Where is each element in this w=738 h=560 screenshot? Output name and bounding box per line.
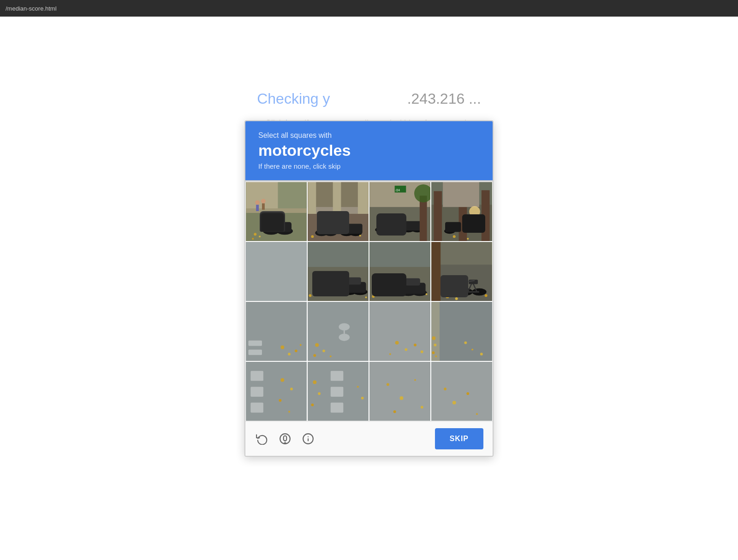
grid-cell-2-1[interactable] xyxy=(245,242,307,301)
captcha-footer: SKIP xyxy=(245,421,493,456)
svg-rect-19 xyxy=(333,182,341,214)
svg-point-153 xyxy=(444,388,446,390)
svg-rect-51 xyxy=(445,222,461,232)
grid-cell-1-4[interactable] xyxy=(431,182,493,242)
svg-point-52 xyxy=(469,206,480,217)
svg-point-125 xyxy=(471,348,473,350)
svg-rect-67 xyxy=(345,277,361,284)
svg-point-106 xyxy=(315,343,319,347)
svg-point-10 xyxy=(261,199,266,203)
svg-point-134 xyxy=(288,411,290,413)
grid-cell-4-2[interactable] xyxy=(307,361,369,421)
title-bar: /median-score.html xyxy=(0,0,738,17)
svg-point-100 xyxy=(295,349,298,352)
grid-cell-1-1[interactable] xyxy=(245,182,307,242)
captcha-title: motorcycles xyxy=(258,141,480,159)
grid-cell-3-3[interactable] xyxy=(369,301,431,361)
svg-point-148 xyxy=(393,410,396,413)
svg-point-132 xyxy=(290,388,293,390)
svg-point-154 xyxy=(452,401,456,404)
svg-point-69 xyxy=(365,296,367,298)
svg-point-73 xyxy=(386,289,399,295)
grid-cell-1-3[interactable]: /24 xyxy=(369,182,431,242)
svg-point-149 xyxy=(414,379,416,381)
svg-point-140 xyxy=(318,392,321,395)
svg-point-121 xyxy=(434,343,436,346)
svg-point-156 xyxy=(476,413,478,415)
svg-point-4 xyxy=(263,227,279,235)
svg-point-8 xyxy=(255,200,260,205)
svg-rect-96 xyxy=(248,340,262,346)
svg-rect-11 xyxy=(262,203,265,210)
svg-point-126 xyxy=(480,353,483,355)
grid-cell-1-2[interactable] xyxy=(307,182,369,242)
svg-point-115 xyxy=(389,353,391,355)
svg-rect-136 xyxy=(331,371,344,381)
svg-rect-138 xyxy=(331,402,344,413)
svg-rect-102 xyxy=(308,302,369,361)
captcha-modal: Select all squares with motorcycles If t… xyxy=(244,120,494,457)
grid-cell-4-4[interactable] xyxy=(431,361,493,421)
svg-rect-9 xyxy=(256,205,259,211)
svg-point-13 xyxy=(259,236,261,237)
svg-rect-84 xyxy=(432,242,441,301)
captcha-grid: /24 xyxy=(245,180,493,421)
captcha-hint: If there are none, click skip xyxy=(258,162,480,170)
svg-point-109 xyxy=(330,355,332,357)
skip-button[interactable]: SKIP xyxy=(435,428,483,449)
grid-cell-4-1[interactable] xyxy=(245,361,307,421)
svg-point-124 xyxy=(464,341,467,344)
grid-cell-4-3[interactable] xyxy=(369,361,431,421)
svg-rect-37 xyxy=(376,221,394,230)
svg-rect-97 xyxy=(248,349,262,355)
svg-point-35 xyxy=(375,227,387,232)
svg-point-131 xyxy=(280,378,284,382)
svg-rect-23 xyxy=(317,224,337,234)
svg-point-142 xyxy=(357,386,359,388)
svg-point-123 xyxy=(435,355,437,357)
title-bar-text: /median-score.html xyxy=(6,5,57,12)
svg-point-28 xyxy=(311,235,314,238)
svg-point-12 xyxy=(254,233,256,236)
svg-rect-7 xyxy=(269,218,285,225)
svg-rect-1 xyxy=(246,209,307,241)
svg-rect-20 xyxy=(358,182,369,214)
svg-rect-145 xyxy=(370,362,430,421)
refresh-icon[interactable] xyxy=(255,431,269,446)
grid-cell-2-3[interactable] xyxy=(369,242,431,301)
svg-rect-130 xyxy=(250,402,263,413)
svg-rect-74 xyxy=(376,282,398,293)
svg-text:/24: /24 xyxy=(396,188,400,191)
grid-cell-3-2[interactable] xyxy=(307,301,369,361)
svg-rect-119 xyxy=(440,302,492,361)
svg-rect-48 xyxy=(482,190,490,241)
svg-rect-128 xyxy=(250,371,263,381)
grid-cell-2-2[interactable] xyxy=(307,242,369,301)
footer-icons xyxy=(255,431,315,446)
info-icon[interactable] xyxy=(301,431,315,446)
grid-cell-3-4[interactable] xyxy=(431,301,493,361)
svg-rect-46 xyxy=(434,191,442,241)
svg-point-150 xyxy=(421,406,423,408)
svg-point-92 xyxy=(446,295,449,298)
svg-point-141 xyxy=(311,403,314,406)
svg-point-21 xyxy=(315,230,328,236)
svg-point-143 xyxy=(361,396,364,399)
grid-cell-2-4[interactable] xyxy=(431,242,493,301)
svg-point-53 xyxy=(453,235,456,238)
svg-point-80 xyxy=(372,295,375,298)
svg-point-99 xyxy=(288,353,291,355)
svg-rect-62 xyxy=(316,282,339,293)
grid-cell-3-1[interactable] xyxy=(245,301,307,361)
svg-rect-63 xyxy=(318,277,333,284)
svg-rect-56 xyxy=(246,242,307,301)
svg-rect-6 xyxy=(264,222,292,232)
audio-icon[interactable] xyxy=(278,431,292,446)
svg-rect-79 xyxy=(405,278,420,285)
svg-point-139 xyxy=(313,380,316,384)
svg-point-36 xyxy=(384,227,396,232)
svg-point-103 xyxy=(339,323,350,330)
svg-rect-49 xyxy=(443,182,479,207)
svg-point-108 xyxy=(313,354,316,357)
svg-rect-129 xyxy=(250,387,263,397)
